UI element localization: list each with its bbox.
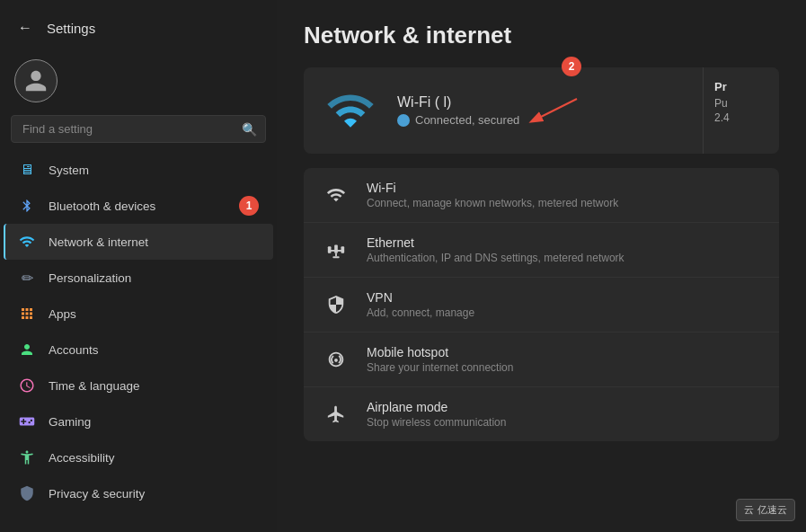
back-button[interactable]: ← [14,16,36,40]
hotspot-item-icon [322,345,350,374]
search-input[interactable] [11,115,266,143]
sidebar-item-privacy[interactable]: Privacy & security [4,475,273,511]
airplane-item-desc: Stop wireless communication [367,416,506,429]
ethernet-item-label: Ethernet [367,235,624,250]
wifi-info: Wi-Fi ( l) Connected, secured [397,94,519,127]
vpn-item-text: VPN Add, connect, manage [367,290,474,319]
settings-list: Wi-Fi Connect, manage known networks, me… [304,168,779,441]
sidebar-item-time-label: Time & language [49,379,140,393]
pr-line2: 2.4 [714,111,768,124]
bluetooth-icon [18,197,36,215]
airplane-item-icon [322,400,350,429]
hotspot-item-text: Mobile hotspot Share your internet conne… [367,345,513,374]
sidebar-item-accessibility[interactable]: Accessibility [4,439,273,475]
settings-item-hotspot[interactable]: Mobile hotspot Share your internet conne… [304,332,779,387]
badge-2-wrapper: 2 [562,57,581,76]
wifi-item-desc: Connect, manage known networks, metered … [367,197,618,209]
sidebar-item-personalization[interactable]: ✏ Personalization [4,260,273,296]
apps-icon [18,305,36,323]
user-avatar-icon [23,68,49,93]
sidebar-item-apps[interactable]: Apps [4,296,273,332]
settings-item-ethernet[interactable]: Ethernet Authentication, IP and DNS sett… [304,223,779,278]
sidebar-item-accounts-label: Accounts [49,343,99,357]
sidebar-item-gaming-label: Gaming [49,415,91,429]
ethernet-item-desc: Authentication, IP and DNS settings, met… [367,252,624,264]
settings-item-airplane[interactable]: Airplane mode Stop wireless communicatio… [304,387,779,441]
main-content: Network & internet Wi-Fi ( l) Connected,… [277,0,806,532]
sidebar-item-accounts[interactable]: Accounts [4,332,273,368]
annotation-badge-2: 2 [562,57,581,76]
connected-indicator [397,114,410,127]
sidebar-header: ← Settings [0,0,277,50]
system-icon: 🖥 [18,161,36,179]
watermark-symbol: 云 [744,503,754,517]
vpn-item-icon [322,290,350,319]
sidebar-item-privacy-label: Privacy & security [49,487,145,501]
sidebar-item-network[interactable]: Network & internet [4,224,273,260]
gaming-icon [18,412,36,430]
sidebar-item-personalization-label: Personalization [49,271,131,285]
svg-rect-4 [329,250,344,252]
ethernet-item-text: Ethernet Authentication, IP and DNS sett… [367,235,624,264]
search-icon: 🔍 [242,122,257,137]
wifi-item-icon [322,181,350,209]
ethernet-item-icon [322,235,350,264]
time-icon [18,377,36,395]
network-icon [18,233,36,251]
personalization-icon: ✏ [18,269,36,287]
sidebar-item-system-label: System [49,164,89,177]
settings-item-wifi[interactable]: Wi-Fi Connect, manage known networks, me… [304,168,779,223]
search-box: 🔍 [11,115,266,143]
sidebar-item-apps-label: Apps [49,307,76,321]
accessibility-icon [18,448,36,466]
wifi-item-text: Wi-Fi Connect, manage known networks, me… [367,181,618,209]
hotspot-item-label: Mobile hotspot [367,345,513,359]
sidebar: ← Settings 🔍 🖥 System Bluetooth & device… [0,0,277,532]
avatar [14,59,58,102]
privacy-icon [18,484,36,502]
page-title: Network & internet [304,22,779,49]
pr-line1: Pu [714,97,768,110]
pr-section: Pr Pu 2.4 [703,67,779,154]
pr-title: Pr [714,80,768,93]
airplane-item-label: Airplane mode [367,400,506,414]
airplane-item-text: Airplane mode Stop wireless communicatio… [367,400,506,429]
sidebar-item-gaming[interactable]: Gaming [4,403,273,439]
wifi-status-card[interactable]: Wi-Fi ( l) Connected, secured 2 [304,67,779,154]
hotspot-item-desc: Share your internet connection [367,361,513,374]
svg-rect-6 [332,256,339,258]
wifi-item-label: Wi-Fi [367,181,618,195]
sidebar-item-network-label: Network & internet [49,235,148,249]
accounts-icon [18,341,36,359]
settings-item-vpn[interactable]: VPN Add, connect, manage [304,278,779,332]
vpn-item-desc: Add, connect, manage [367,306,474,319]
wifi-ssid: Wi-Fi ( l) [397,94,519,111]
sidebar-item-bluetooth[interactable]: Bluetooth & devices 1 [4,188,273,224]
watermark: 云 亿速云 [736,499,795,521]
user-section [0,50,277,115]
wifi-status: Connected, secured [397,113,519,127]
sidebar-item-time[interactable]: Time & language [4,368,273,403]
sidebar-item-bluetooth-label: Bluetooth & devices [49,200,155,213]
watermark-text: 亿速云 [757,503,787,517]
arrow-annotation [514,94,586,130]
bluetooth-badge: 1 [239,196,259,216]
wifi-status-icon [325,85,376,136]
vpn-item-label: VPN [367,290,474,305]
svg-rect-2 [334,245,338,253]
svg-rect-5 [335,253,337,257]
wifi-big-icon [322,82,379,139]
svg-point-0 [400,117,406,123]
sidebar-item-system[interactable]: 🖥 System [4,152,273,188]
sidebar-title: Settings [47,21,95,36]
sidebar-item-accessibility-label: Accessibility [49,451,115,465]
